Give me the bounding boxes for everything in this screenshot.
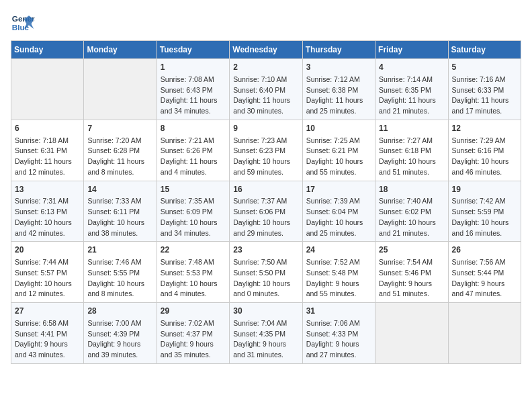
day-cell: 17Sunrise: 7:39 AM Sunset: 6:04 PM Dayli…	[302, 181, 375, 242]
day-cell: 12Sunrise: 7:29 AM Sunset: 6:16 PM Dayli…	[448, 120, 521, 181]
day-info: Sunrise: 7:10 AM Sunset: 6:40 PM Dayligh…	[233, 75, 298, 117]
day-cell: 14Sunrise: 7:33 AM Sunset: 6:11 PM Dayli…	[84, 181, 157, 242]
week-row-5: 27Sunrise: 6:58 AM Sunset: 4:41 PM Dayli…	[11, 303, 521, 364]
day-cell: 20Sunrise: 7:44 AM Sunset: 5:57 PM Dayli…	[11, 242, 84, 303]
day-info: Sunrise: 7:29 AM Sunset: 6:16 PM Dayligh…	[452, 136, 517, 178]
day-info: Sunrise: 7:23 AM Sunset: 6:23 PM Dayligh…	[233, 136, 298, 178]
day-cell: 19Sunrise: 7:42 AM Sunset: 5:59 PM Dayli…	[448, 181, 521, 242]
day-cell: 29Sunrise: 7:02 AM Sunset: 4:37 PM Dayli…	[157, 303, 229, 364]
day-cell: 11Sunrise: 7:27 AM Sunset: 6:18 PM Dayli…	[375, 120, 448, 181]
day-info: Sunrise: 7:00 AM Sunset: 4:39 PM Dayligh…	[87, 318, 152, 361]
day-cell: 7Sunrise: 7:20 AM Sunset: 6:28 PM Daylig…	[84, 120, 157, 181]
day-number: 5	[452, 62, 517, 73]
day-cell: 15Sunrise: 7:35 AM Sunset: 6:09 PM Dayli…	[157, 181, 229, 242]
day-info: Sunrise: 7:54 AM Sunset: 5:46 PM Dayligh…	[379, 257, 444, 300]
day-cell: 5Sunrise: 7:16 AM Sunset: 6:33 PM Daylig…	[448, 59, 521, 120]
day-info: Sunrise: 7:02 AM Sunset: 4:37 PM Dayligh…	[161, 318, 226, 361]
header-row: SundayMondayTuesdayWednesdayThursdayFrid…	[11, 41, 521, 59]
day-info: Sunrise: 7:33 AM Sunset: 6:11 PM Dayligh…	[87, 196, 152, 238]
day-cell: 23Sunrise: 7:50 AM Sunset: 5:50 PM Dayli…	[230, 242, 302, 303]
day-info: Sunrise: 7:42 AM Sunset: 5:59 PM Dayligh…	[452, 196, 517, 238]
day-number: 29	[161, 306, 226, 317]
day-header-saturday: Saturday	[448, 41, 521, 59]
day-number: 28	[87, 306, 152, 317]
day-cell	[84, 59, 157, 120]
day-header-friday: Friday	[375, 41, 448, 59]
day-info: Sunrise: 7:20 AM Sunset: 6:28 PM Dayligh…	[87, 136, 152, 178]
day-number: 19	[452, 184, 517, 195]
day-number: 13	[15, 184, 80, 195]
day-cell: 8Sunrise: 7:21 AM Sunset: 6:26 PM Daylig…	[157, 120, 229, 181]
day-info: Sunrise: 7:31 AM Sunset: 6:13 PM Dayligh…	[15, 196, 80, 238]
day-number: 2	[233, 62, 298, 73]
day-cell: 21Sunrise: 7:46 AM Sunset: 5:55 PM Dayli…	[84, 242, 157, 303]
day-info: Sunrise: 7:48 AM Sunset: 5:53 PM Dayligh…	[161, 257, 226, 300]
day-number: 11	[379, 123, 444, 134]
day-info: Sunrise: 7:18 AM Sunset: 6:31 PM Dayligh…	[15, 136, 80, 178]
day-info: Sunrise: 7:27 AM Sunset: 6:18 PM Dayligh…	[379, 136, 444, 178]
day-cell: 4Sunrise: 7:14 AM Sunset: 6:35 PM Daylig…	[375, 59, 448, 120]
day-header-monday: Monday	[84, 41, 157, 59]
day-number: 22	[161, 244, 226, 256]
day-info: Sunrise: 7:04 AM Sunset: 4:35 PM Dayligh…	[233, 318, 298, 361]
day-info: Sunrise: 7:39 AM Sunset: 6:04 PM Dayligh…	[306, 196, 371, 238]
week-row-3: 13Sunrise: 7:31 AM Sunset: 6:13 PM Dayli…	[11, 181, 521, 242]
day-number: 24	[306, 244, 371, 256]
day-number: 3	[306, 62, 371, 73]
day-cell: 9Sunrise: 7:23 AM Sunset: 6:23 PM Daylig…	[230, 120, 302, 181]
day-cell: 2Sunrise: 7:10 AM Sunset: 6:40 PM Daylig…	[230, 59, 302, 120]
day-info: Sunrise: 7:46 AM Sunset: 5:55 PM Dayligh…	[87, 257, 152, 300]
day-info: Sunrise: 7:50 AM Sunset: 5:50 PM Dayligh…	[233, 257, 298, 300]
day-number: 18	[379, 184, 444, 195]
day-cell: 26Sunrise: 7:56 AM Sunset: 5:44 PM Dayli…	[448, 242, 521, 303]
day-number: 30	[233, 306, 298, 317]
day-number: 10	[306, 123, 371, 134]
day-info: Sunrise: 7:06 AM Sunset: 4:33 PM Dayligh…	[306, 318, 371, 361]
day-number: 7	[87, 123, 152, 134]
day-cell: 3Sunrise: 7:12 AM Sunset: 6:38 PM Daylig…	[302, 59, 375, 120]
day-number: 16	[233, 184, 298, 195]
day-cell	[375, 303, 448, 364]
day-info: Sunrise: 7:35 AM Sunset: 6:09 PM Dayligh…	[161, 196, 226, 238]
day-info: Sunrise: 7:21 AM Sunset: 6:26 PM Dayligh…	[161, 136, 226, 178]
day-header-tuesday: Tuesday	[157, 41, 229, 59]
day-number: 27	[15, 306, 80, 317]
day-cell: 1Sunrise: 7:08 AM Sunset: 6:43 PM Daylig…	[157, 59, 229, 120]
day-cell: 16Sunrise: 7:37 AM Sunset: 6:06 PM Dayli…	[230, 181, 302, 242]
day-info: Sunrise: 7:40 AM Sunset: 6:02 PM Dayligh…	[379, 196, 444, 238]
day-number: 1	[161, 62, 226, 73]
day-info: Sunrise: 7:14 AM Sunset: 6:35 PM Dayligh…	[379, 75, 444, 117]
day-cell: 24Sunrise: 7:52 AM Sunset: 5:48 PM Dayli…	[302, 242, 375, 303]
day-number: 31	[306, 306, 371, 317]
day-info: Sunrise: 6:58 AM Sunset: 4:41 PM Dayligh…	[15, 318, 80, 361]
logo: General Blue	[11, 11, 38, 35]
day-cell: 28Sunrise: 7:00 AM Sunset: 4:39 PM Dayli…	[84, 303, 157, 364]
day-info: Sunrise: 7:56 AM Sunset: 5:44 PM Dayligh…	[452, 257, 517, 300]
day-info: Sunrise: 7:08 AM Sunset: 6:43 PM Dayligh…	[161, 75, 226, 117]
day-cell: 25Sunrise: 7:54 AM Sunset: 5:46 PM Dayli…	[375, 242, 448, 303]
day-number: 26	[452, 244, 517, 256]
day-cell: 31Sunrise: 7:06 AM Sunset: 4:33 PM Dayli…	[302, 303, 375, 364]
week-row-1: 1Sunrise: 7:08 AM Sunset: 6:43 PM Daylig…	[11, 59, 521, 120]
day-info: Sunrise: 7:25 AM Sunset: 6:21 PM Dayligh…	[306, 136, 371, 178]
day-cell: 27Sunrise: 6:58 AM Sunset: 4:41 PM Dayli…	[11, 303, 84, 364]
week-row-4: 20Sunrise: 7:44 AM Sunset: 5:57 PM Dayli…	[11, 242, 521, 303]
day-number: 21	[87, 244, 152, 256]
week-row-2: 6Sunrise: 7:18 AM Sunset: 6:31 PM Daylig…	[11, 120, 521, 181]
day-number: 9	[233, 123, 298, 134]
day-info: Sunrise: 7:16 AM Sunset: 6:33 PM Dayligh…	[452, 75, 517, 117]
header: General Blue	[11, 11, 521, 35]
day-number: 17	[306, 184, 371, 195]
day-number: 12	[452, 123, 517, 134]
day-cell: 13Sunrise: 7:31 AM Sunset: 6:13 PM Dayli…	[11, 181, 84, 242]
day-cell	[11, 59, 84, 120]
day-number: 15	[161, 184, 226, 195]
day-cell: 10Sunrise: 7:25 AM Sunset: 6:21 PM Dayli…	[302, 120, 375, 181]
day-cell: 22Sunrise: 7:48 AM Sunset: 5:53 PM Dayli…	[157, 242, 229, 303]
day-cell	[448, 303, 521, 364]
day-header-sunday: Sunday	[11, 41, 84, 59]
calendar-table: SundayMondayTuesdayWednesdayThursdayFrid…	[11, 40, 521, 364]
day-number: 6	[15, 123, 80, 134]
day-cell: 18Sunrise: 7:40 AM Sunset: 6:02 PM Dayli…	[375, 181, 448, 242]
day-info: Sunrise: 7:44 AM Sunset: 5:57 PM Dayligh…	[15, 257, 80, 300]
